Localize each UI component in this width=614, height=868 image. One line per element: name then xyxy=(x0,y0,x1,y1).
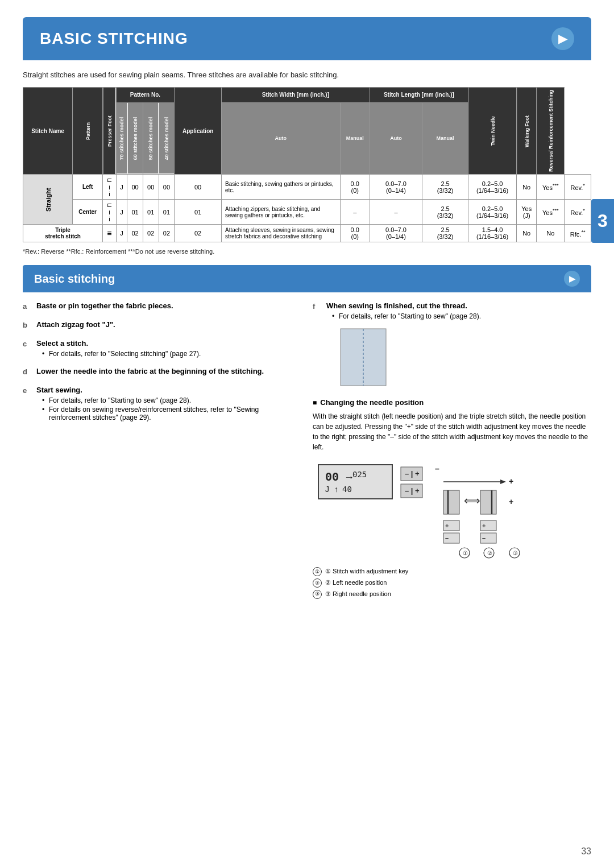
walking-center: Yes*** xyxy=(537,200,565,225)
svg-text:– | +: – | + xyxy=(405,486,420,495)
sl-auto-center: 2.5(3/32) xyxy=(422,200,468,225)
step-b: b Attach zigzag foot "J". xyxy=(23,320,296,331)
page-number: 33 xyxy=(581,846,591,857)
col-stitch-name: Stitch Name xyxy=(23,88,73,175)
app-left: Basic stitching, sewing gathers or pintu… xyxy=(222,175,341,200)
p60-left: 00 xyxy=(143,175,159,200)
p70-triple: 02 xyxy=(127,225,143,242)
col-walking-foot: Walking Foot xyxy=(517,88,537,175)
content-columns: a Baste or pin together the fabric piece… xyxy=(23,301,591,600)
step-bullet-c1: For details, refer to "Selecting stitchi… xyxy=(42,350,296,358)
needle-section-title: Changing the needle position xyxy=(313,398,591,407)
col-70: 70 stitches model xyxy=(116,102,127,174)
twin-center: Yes(J) xyxy=(517,200,537,225)
svg-text:+: + xyxy=(482,522,486,529)
p40-left: 00 xyxy=(175,175,222,200)
col-sl-auto: Auto xyxy=(370,102,422,174)
step-bullet-f1: For details, refer to "Starting to sew" … xyxy=(332,312,591,320)
sl-manual-center: 0.2–5.0(1/64–3/16) xyxy=(468,200,517,225)
intro-text: Straight stitches are used for sewing pl… xyxy=(23,71,591,79)
legend-item-3: ③ ③ Right needle position xyxy=(313,589,591,600)
col-twin-needle: Twin Needle xyxy=(468,88,517,175)
step-content-a: Baste or pin together the fabric pieces. xyxy=(36,301,296,312)
needle-legend: ① ① Stitch width adjustment key ② ② Left… xyxy=(313,566,591,600)
table-row: Triplestretch stitch ≡ J 02 02 02 02 Att… xyxy=(23,225,591,242)
needle-diagram: 00 → 025 J ↑ 40 – | + – | + – + xyxy=(313,459,551,561)
col-pattern: Pattern xyxy=(73,88,103,175)
legend-text-1: ① Stitch width adjustment key xyxy=(325,566,408,577)
presser-triple: J xyxy=(116,225,127,242)
svg-text:40: 40 xyxy=(342,485,352,494)
p50-triple: 02 xyxy=(159,225,175,242)
header-banner: BASIC STITCHING ▶ xyxy=(23,17,591,60)
fabric-diagram xyxy=(338,326,389,388)
p50-center: 01 xyxy=(159,200,175,225)
step-d: d Lower the needle into the fabric at th… xyxy=(23,367,296,378)
sl-auto-triple: 2.5(3/32) xyxy=(422,225,468,242)
needle-desc: With the straight stitch (left needle po… xyxy=(313,411,591,452)
legend-text-2: ② Left needle position xyxy=(325,577,387,589)
step-title-e: Start sewing. xyxy=(36,386,296,394)
step-letter-c: c xyxy=(23,340,33,348)
pattern-icon-center: ⊏ii xyxy=(103,200,116,225)
twin-triple: No xyxy=(517,225,537,242)
step-content-f: When sewing is finished, cut the thread.… xyxy=(326,301,591,390)
p70-left: 00 xyxy=(127,175,143,200)
app-triple: Attaching sleeves, sewing inseams, sewin… xyxy=(222,225,341,242)
svg-text:①: ① xyxy=(463,550,468,556)
svg-text:–: – xyxy=(445,535,449,542)
p40-triple: 02 xyxy=(175,225,222,242)
step-letter-b: b xyxy=(23,321,33,329)
step-title-b: Attach zigzag foot "J". xyxy=(36,320,296,329)
col-50: 50 stitches model xyxy=(143,102,159,174)
svg-text:↑: ↑ xyxy=(334,485,338,494)
svg-text:③: ③ xyxy=(513,550,518,556)
header-arrow-icon: ▶ xyxy=(551,27,574,50)
step-a: a Baste or pin together the fabric piece… xyxy=(23,301,296,312)
col-pattern-no: Pattern No. xyxy=(116,88,175,103)
step-content-d: Lower the needle into the fabric at the … xyxy=(36,367,296,378)
svg-text:+: + xyxy=(445,522,449,529)
col-60: 60 stitches model xyxy=(127,102,143,174)
col-sl-manual: Manual xyxy=(422,102,468,174)
svg-text:00: 00 xyxy=(325,470,339,483)
col-sw-manual: Manual xyxy=(340,102,370,174)
svg-text:– | +: – | + xyxy=(405,469,420,478)
right-column: f When sewing is finished, cut the threa… xyxy=(313,301,591,600)
step-title-f: When sewing is finished, cut the thread. xyxy=(326,301,591,310)
svg-text:②: ② xyxy=(487,550,492,556)
pattern-icon-left: ⊏ii xyxy=(103,175,116,200)
stitch-name-left: Left xyxy=(73,175,103,200)
step-c: c Select a stitch. For details, refer to… xyxy=(23,339,296,359)
step-e: e Start sewing. For details, refer to "S… xyxy=(23,386,296,423)
step-content-e: Start sewing. For details, refer to "Sta… xyxy=(36,386,296,423)
svg-rect-20 xyxy=(480,490,496,514)
legend-text-3: ③ Right needle position xyxy=(325,589,391,600)
col-40: 40 stitches model xyxy=(159,102,175,174)
svg-text:+: + xyxy=(509,477,513,486)
p50-left: 00 xyxy=(159,175,175,200)
step-title-c: Select a stitch. xyxy=(36,339,296,348)
svg-text:–: – xyxy=(482,535,486,542)
reverse-triple: Rfc.** xyxy=(565,225,591,242)
col-reverse: Reverse/ Reinforcement Stitching xyxy=(537,88,565,175)
needle-section: Changing the needle position With the st… xyxy=(313,398,591,600)
step-f: f When sewing is finished, cut the threa… xyxy=(313,301,591,390)
step-letter-d: d xyxy=(23,367,33,376)
stitch-table: Stitch Name Pattern Presser Foot Pattern… xyxy=(23,87,591,242)
step-content-b: Attach zigzag foot "J". xyxy=(36,320,296,331)
step-content-c: Select a stitch. For details, refer to "… xyxy=(36,339,296,359)
svg-rect-17 xyxy=(443,490,459,514)
svg-text:⟺: ⟺ xyxy=(464,494,480,507)
sw-manual-triple: 0.0–7.0(0–1/4) xyxy=(370,225,422,242)
svg-text:025: 025 xyxy=(352,470,367,479)
col-application: Application xyxy=(175,88,222,175)
col-presser-foot: Presser Foot xyxy=(103,88,116,175)
col-sw-auto: Auto xyxy=(222,102,341,174)
legend-item-1: ① ① Stitch width adjustment key xyxy=(313,566,591,577)
p70-center: 01 xyxy=(127,200,143,225)
presser-left: J xyxy=(116,175,127,200)
section-title: Basic stitching xyxy=(34,272,115,286)
table-row: Straight Left ⊏ii J 00 00 00 00 Basic st… xyxy=(23,175,591,200)
sl-auto-left: 2.5(3/32) xyxy=(422,175,468,200)
